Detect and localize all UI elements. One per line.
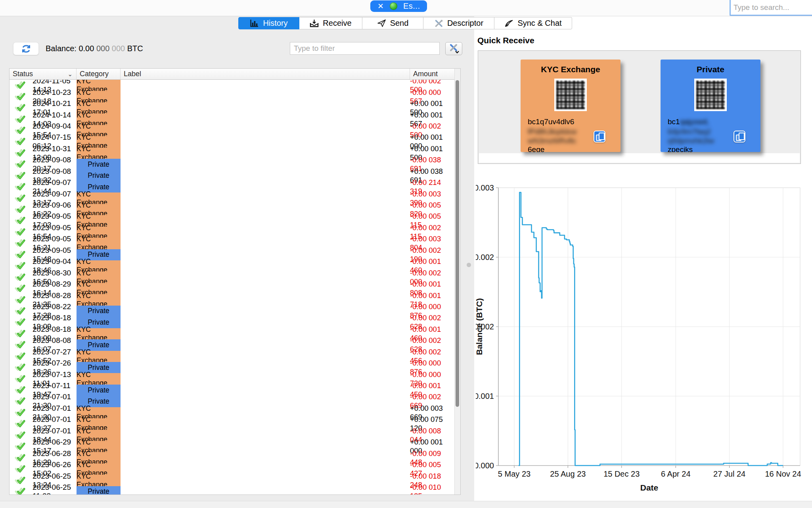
category-badge: KYC Exchange xyxy=(77,328,121,339)
label-cell xyxy=(121,204,410,215)
balance-light-digits: 000 xyxy=(112,44,125,53)
table-header: Status ⌄ Category Label Amount xyxy=(10,69,460,80)
label-cell xyxy=(121,430,410,441)
address-tail: zpeciks xyxy=(668,145,693,152)
tools-icon xyxy=(434,19,443,27)
confirmed-check-icon xyxy=(15,216,25,225)
table-row[interactable]: 2023-09-08 20:17Private-0.00 038 691 xyxy=(10,159,460,170)
label-cell xyxy=(121,91,410,102)
table-row[interactable]: 2023-06-25 13:24KYC Exchange-0.00 018 24… xyxy=(10,475,460,486)
confirmed-check-icon xyxy=(15,476,25,485)
x-tick-label: 25 Aug 23 xyxy=(550,470,586,478)
y-axis-title: Balance (BTC) xyxy=(476,298,484,355)
refresh-button[interactable] xyxy=(13,42,39,55)
label-cell xyxy=(121,385,410,396)
tab-send[interactable]: Send xyxy=(362,17,423,29)
balance-main: 0.00 xyxy=(79,44,94,53)
address-redacted-line: 64jv9m7faq2 xyxy=(668,127,760,136)
label-cell xyxy=(121,328,410,339)
confirmed-check-icon xyxy=(15,273,25,282)
confirmed-check-icon xyxy=(15,487,25,495)
address-redacted-line: q9dpmvhk2tw xyxy=(668,137,760,145)
window-title: Es... xyxy=(403,2,420,11)
x-tick-label: 6 Apr 24 xyxy=(661,470,691,478)
category-badge: KYC Exchange xyxy=(77,475,121,486)
table-row[interactable]: 2023-06-25 11:38Private-0.00 010 185 xyxy=(10,486,460,495)
qr-code[interactable] xyxy=(554,79,587,111)
table-scrollbar[interactable] xyxy=(454,69,460,495)
table-row[interactable]: 2023-07-13 11:01KYC Exchange-0.00 000 73… xyxy=(10,373,460,384)
tab-sync-chat[interactable]: Sync & Chat xyxy=(494,17,572,29)
quick-receive-footer xyxy=(479,153,800,163)
label-cell xyxy=(121,271,410,283)
copy-icon-front xyxy=(599,133,605,140)
search-input[interactable] xyxy=(730,0,812,16)
x-tick-label: 5 May 23 xyxy=(498,470,530,478)
label-cell xyxy=(121,396,410,407)
label-cell xyxy=(121,148,410,159)
confirmed-check-icon xyxy=(15,205,25,214)
qr-code[interactable] xyxy=(694,79,727,111)
splitter-handle[interactable] xyxy=(467,263,471,267)
table-row[interactable]: 2023-08-22 17:28Private-0.00 000 876 xyxy=(10,306,460,317)
category-badge: KYC Exchange xyxy=(77,373,121,384)
address-redacted-part: qajyxwd, xyxy=(680,117,709,126)
confirmed-check-icon xyxy=(15,284,25,293)
close-icon[interactable]: ✕ xyxy=(377,2,384,10)
transactions-table: Status ⌄ Category Label Amount 2024-11-0… xyxy=(9,68,461,495)
label-cell xyxy=(121,215,410,226)
table-row[interactable]: 2023-09-05 16:21KYC Exchange-0.00 003 80… xyxy=(10,238,460,249)
confirmed-check-icon xyxy=(15,126,25,135)
category-badge: KYC Exchange xyxy=(77,351,121,362)
address-text: bc1q7uv4dlv6 xyxy=(528,116,620,127)
x-tick-label: 27 Jul 24 xyxy=(713,470,745,478)
filter-input[interactable] xyxy=(290,42,440,55)
table-row[interactable]: 2023-07-27 15:52KYC Exchange-0.00 002 45… xyxy=(10,351,460,362)
label-cell xyxy=(121,373,410,384)
table-row[interactable]: 2023-07-11 19:47Private-0.00 001 450 xyxy=(10,385,460,396)
filter-options-button[interactable] xyxy=(445,42,462,55)
y-tick-label: 0.002 xyxy=(476,253,494,262)
x-tick-label: 16 Nov 24 xyxy=(765,470,801,478)
y-tick-label: 0.000 xyxy=(476,461,494,470)
quick-receive-title: Quick Receive xyxy=(477,36,534,45)
tab-label: Receive xyxy=(323,19,351,28)
tools-icon xyxy=(448,43,460,54)
tab-history[interactable]: History xyxy=(238,17,299,29)
category-badge: Private xyxy=(77,170,121,181)
confirmed-check-icon xyxy=(15,341,25,349)
quick-receive-card-private[interactable]: Privatebc1qajyxwd,64jv9m7faq2q9dpmvhk2tw… xyxy=(661,60,760,152)
tab-label: Descriptor xyxy=(447,19,483,28)
label-cell xyxy=(121,227,410,238)
copy-address-button[interactable] xyxy=(594,131,605,142)
table-scrollbar-thumb[interactable] xyxy=(456,80,459,407)
category-badge: KYC Exchange xyxy=(77,294,121,305)
column-header-status[interactable]: Status ⌄ xyxy=(10,69,77,79)
label-cell xyxy=(121,249,410,260)
category-badge: Private xyxy=(77,486,121,495)
label-cell xyxy=(121,125,410,136)
tab-bar: HistoryReceiveSendDescriptorSync & Chat xyxy=(238,17,572,29)
refresh-icon xyxy=(21,44,31,54)
tab-label: History xyxy=(263,19,287,28)
label-cell xyxy=(121,306,410,317)
copy-address-button[interactable] xyxy=(733,131,745,142)
column-header-category[interactable]: Category xyxy=(77,69,121,79)
table-row[interactable]: 2023-08-28 21:35KYC Exchange-0.00 001 71… xyxy=(10,294,460,305)
window-title-pill[interactable]: ✕ Es... xyxy=(370,0,427,12)
table-row[interactable]: 2023-10-31 12:09KYC Exchange+0.00 001 50… xyxy=(10,148,460,159)
column-header-label[interactable]: Label xyxy=(121,69,410,79)
column-header-status-label: Status xyxy=(13,70,33,78)
label-cell xyxy=(121,114,410,125)
tab-receive[interactable]: Receive xyxy=(299,17,362,29)
confirmed-check-icon xyxy=(15,296,25,304)
tab-descriptor[interactable]: Descriptor xyxy=(423,17,494,29)
table-row[interactable]: 2023-08-18 19:09KYC Exchange-0.00 001 46… xyxy=(10,328,460,339)
column-header-amount[interactable]: Amount xyxy=(410,69,460,79)
table-row[interactable]: 2023-09-08 19:32Private+0.00 038 691 xyxy=(10,170,460,181)
quick-receive-card-kyc[interactable]: KYC Exchangebc1q7uv4dlv6fPd8hJkq4dxwwN3m… xyxy=(521,60,620,152)
confirmed-check-icon xyxy=(15,183,25,191)
confirmed-check-icon xyxy=(15,160,25,169)
label-cell xyxy=(121,475,410,486)
confirmed-check-icon xyxy=(15,419,25,428)
